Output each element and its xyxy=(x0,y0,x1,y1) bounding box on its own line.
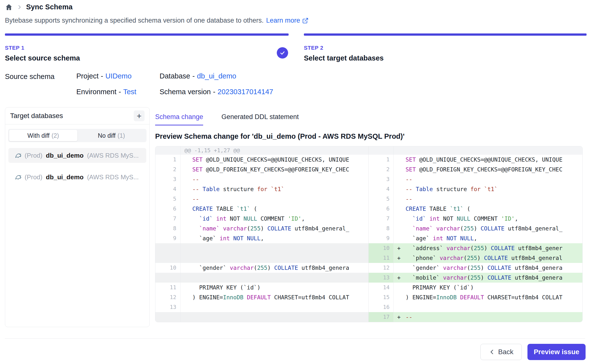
code-token: CREATE xyxy=(192,206,213,212)
diff-hunk-header-row xyxy=(369,146,582,155)
code-token xyxy=(244,294,247,301)
source-field-schema-version: Schema version-20230317014147 xyxy=(160,88,273,96)
learn-more-link[interactable]: Learn more xyxy=(266,17,309,24)
diff-code-row: 4-- Table structure for `t1` xyxy=(369,184,582,194)
code-token: ) ENGINE= xyxy=(192,294,223,301)
page-description: Bytebase supports synchronizing a specif… xyxy=(5,17,309,24)
code-line: PRIMARY KEY (`id`) xyxy=(180,283,368,292)
code-token: 255 xyxy=(463,225,474,232)
code-token: COLLATE xyxy=(487,265,511,271)
tab-generated-ddl[interactable]: Generated DDL statement xyxy=(221,113,299,125)
diff-code-row: 12 `gender` varchar(255) COLLATE utf8mb4… xyxy=(369,263,582,273)
line-number: 17 xyxy=(369,312,394,322)
diff-code-row: 7 `id` int NOT NULL COMMENT 'ID', xyxy=(155,214,368,224)
code-line: @@ -1,15 +1,27 @@ xyxy=(180,146,368,155)
code-token xyxy=(267,186,271,192)
tab-with-diff[interactable]: With diff(2) xyxy=(9,130,77,141)
code-token xyxy=(226,265,230,271)
code-line xyxy=(180,253,368,263)
line-number: 1 xyxy=(155,155,180,165)
description-text: Bytebase supports synchronizing a specif… xyxy=(5,17,264,24)
diff-added-row: 13+ `mobile` varchar(255) COLLATE utf8mb… xyxy=(369,273,582,283)
code-token: ( xyxy=(250,206,257,212)
code-line xyxy=(394,302,582,312)
external-link-icon xyxy=(302,17,309,24)
tab-count: (2) xyxy=(51,132,59,139)
line-number: 2 xyxy=(369,165,394,174)
diff-code-row: 13 xyxy=(155,302,368,312)
diff-code-row: 1SET @OLD_UNIQUE_CHECKS=@@UNIQUE_CHECKS,… xyxy=(155,155,368,165)
line-number xyxy=(155,146,180,155)
code-token: ( xyxy=(463,255,467,261)
line-number: 1 xyxy=(369,155,394,165)
diff-code-row: 6CREATE TABLE `t1` ( xyxy=(155,204,368,214)
preview-schema-title: Preview Schema change for 'db_ui_demo (P… xyxy=(155,132,405,140)
code-token: CHARSET=utf8mb4 COLLAT xyxy=(484,294,563,301)
tab-schema-change[interactable]: Schema change xyxy=(155,113,203,125)
field-value-link[interactable]: Test xyxy=(123,88,136,96)
code-token: ( xyxy=(247,225,250,232)
code-line: CREATE TABLE `t1` ( xyxy=(394,204,582,214)
code-token: varchar xyxy=(230,265,254,271)
field-name: Environment xyxy=(76,88,116,96)
database-environment: (Prod) xyxy=(25,152,42,159)
diff-pane-source: @@ -1,15 +1,27 @@1SET @OLD_UNIQUE_CHECKS… xyxy=(155,146,369,322)
field-value-link[interactable]: UIDemo xyxy=(105,72,131,80)
add-target-database-button[interactable]: + xyxy=(134,110,145,121)
code-token: COMMENT xyxy=(470,215,501,222)
diff-placeholder-row xyxy=(155,273,368,283)
code-token: @OLD_FOREIGN_KEY_CHECKS=@@FOREIGN_KEY_CH… xyxy=(416,166,562,173)
target-panel-title: Target databases xyxy=(10,112,63,120)
sync-schema-page: Sync Schema Bytebase supports synchroniz… xyxy=(0,0,590,364)
code-token: `t1` xyxy=(484,186,498,192)
code-token: , xyxy=(261,235,264,242)
step-1: STEP 1 Select source schema xyxy=(5,45,80,62)
diff-placeholder-row xyxy=(155,253,368,263)
code-token: `t1` xyxy=(237,206,250,212)
line-number: 6 xyxy=(155,204,180,214)
preview-issue-button[interactable]: Preview issue xyxy=(527,344,586,360)
line-number: 13 xyxy=(369,273,394,283)
schema-tabs: Schema change Generated DDL statement xyxy=(155,113,299,125)
diff-added-row: 17+-- xyxy=(369,312,582,322)
code-token: ) xyxy=(477,255,484,261)
code-token: ) xyxy=(474,225,481,232)
field-value-link[interactable]: 20230317014147 xyxy=(218,88,273,96)
target-database-item[interactable]: (Prod)db_ui_demo(AWS RDS MyS... xyxy=(8,148,146,163)
code-token: utf8mb4_general xyxy=(508,255,562,261)
line-number xyxy=(155,243,180,253)
code-token: -- xyxy=(192,196,199,202)
field-separator: - xyxy=(213,88,215,96)
code-token: ) xyxy=(267,265,274,271)
diff-hunk-header-row: @@ -1,15 +1,27 @@ xyxy=(155,146,368,155)
line-number: 9 xyxy=(155,233,180,243)
code-token: -- xyxy=(192,176,199,182)
code-token: for xyxy=(257,186,267,192)
target-database-item[interactable]: (Prod)db_ui_demo(AWS RDS MyS... xyxy=(8,170,146,184)
code-token xyxy=(481,186,484,192)
code-token: ) xyxy=(481,274,488,281)
code-line: `id` int NOT NULL COMMENT 'ID', xyxy=(394,214,582,224)
code-token: int xyxy=(220,235,230,242)
code-token: ) xyxy=(481,265,488,271)
home-icon[interactable] xyxy=(5,3,13,11)
code-token xyxy=(220,225,223,232)
code-token: SET xyxy=(406,156,416,163)
added-line-marker: + xyxy=(397,312,401,322)
code-token: ) ENGINE= xyxy=(406,294,436,301)
code-token: varchar xyxy=(446,245,470,251)
code-token: 255 xyxy=(474,245,484,251)
code-token: NULL xyxy=(457,215,470,222)
footer-divider xyxy=(5,338,585,339)
diff-code-row: 16 xyxy=(369,302,582,312)
code-token: DEFAULT xyxy=(460,294,484,301)
code-token: 'ID' xyxy=(501,215,515,222)
tab-no-diff[interactable]: No diff(1) xyxy=(77,130,146,141)
code-token: COLLATE xyxy=(491,245,515,251)
code-token: -- xyxy=(406,186,416,192)
code-line: + `address` varchar(255) COLLATE utf8mb4… xyxy=(394,243,582,253)
field-value-link[interactable]: db_ui_demo xyxy=(197,72,236,80)
code-token: 255 xyxy=(257,265,267,271)
diff-added-row: 11+ `phone` varchar(255) COLLATE utf8mb4… xyxy=(369,253,582,263)
back-button[interactable]: Back xyxy=(480,344,522,360)
